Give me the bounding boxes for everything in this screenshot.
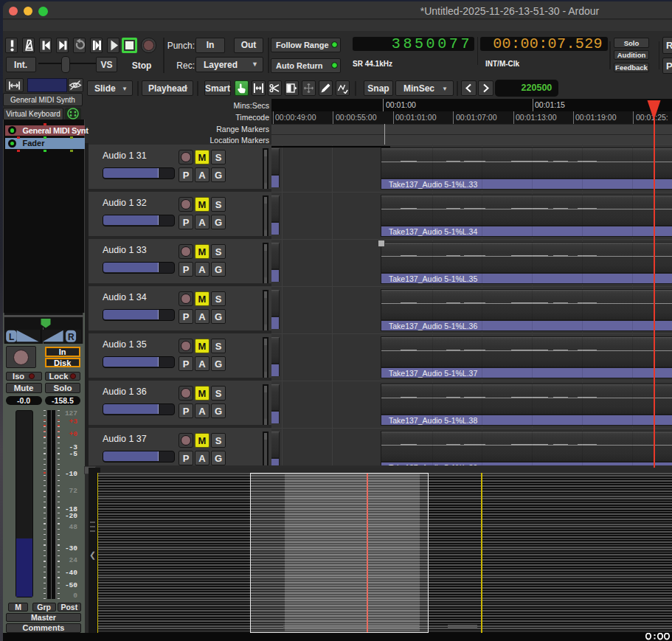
svg-text:R: R	[68, 331, 75, 342]
svg-text:L: L	[9, 331, 14, 342]
